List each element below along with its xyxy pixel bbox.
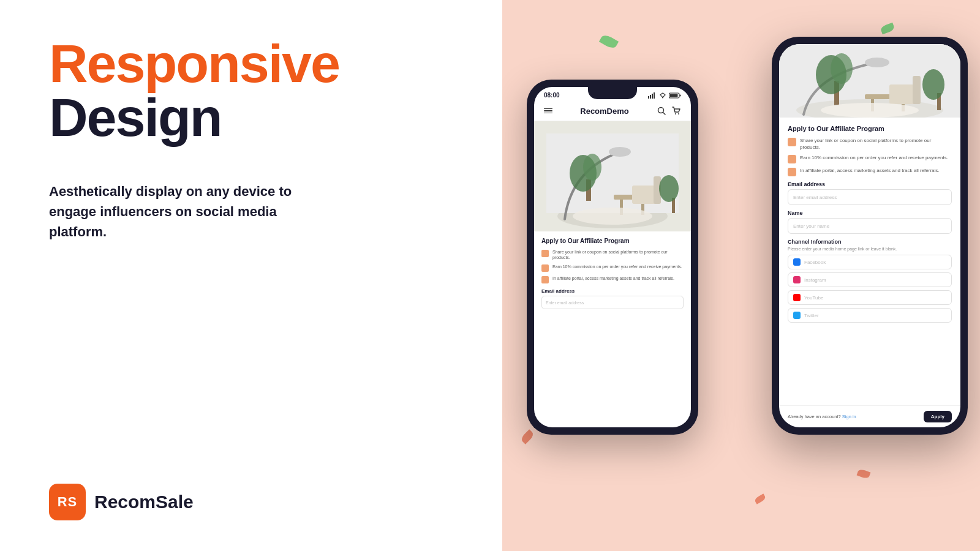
svg-point-38 <box>831 53 853 84</box>
svg-rect-6 <box>680 94 681 96</box>
phone2-device: Apply to Our Affiliate Program Share you… <box>772 37 968 435</box>
svg-point-11 <box>678 113 679 114</box>
phone2-benefit2-text: Earn 10% commission on per order you ref… <box>800 154 948 161</box>
benefit3-text: In affiliate portal, access marketing as… <box>552 276 674 281</box>
benefit2-icon <box>541 264 549 272</box>
phone2-benefit2-icon <box>788 155 796 163</box>
phone2-screen: Apply to Our Affiliate Program Share you… <box>779 44 960 427</box>
logo-initials: RS <box>58 494 78 510</box>
svg-line-9 <box>663 113 666 115</box>
phone2-channel-label: Channel Information <box>788 239 952 245</box>
benefit2-text: Earn 10% commission on per order you ref… <box>552 264 682 269</box>
svg-rect-0 <box>648 96 649 99</box>
phone1-benefit-3: In affiliate portal, access marketing as… <box>541 276 684 283</box>
phone2-youtube-input[interactable]: YouTube <box>788 290 952 305</box>
wifi-icon <box>659 92 666 99</box>
phone2-name-label: Name <box>788 210 952 216</box>
phone1-device: 08:00 <box>527 80 698 435</box>
benefit1-text: Share your link or coupon on social plat… <box>552 249 684 260</box>
svg-point-23 <box>583 154 601 181</box>
phone1-benefit-1: Share your link or coupon on social plat… <box>541 249 684 260</box>
svg-point-41 <box>821 103 919 118</box>
benefit3-icon <box>541 276 549 283</box>
leaf-decoration-1 <box>599 33 619 50</box>
subtitle: Aesthetically display on any device toen… <box>49 181 368 242</box>
leaf-decoration-5 <box>857 468 871 479</box>
phone2-footer-text: Already have an account? Sign in <box>788 414 856 419</box>
room-svg2 <box>779 44 960 118</box>
leaf-decoration-6 <box>754 493 767 504</box>
logo-icon: RS <box>49 484 86 520</box>
phone2-benefit-1: Share your link or coupon on social plat… <box>788 137 952 151</box>
menu-icon[interactable] <box>544 108 552 114</box>
twitter-icon <box>793 312 801 319</box>
phone1-nav-title: RecomDemo <box>580 107 628 116</box>
phone2-facebook-input[interactable]: Facebook <box>788 255 952 269</box>
leaf-decoration-2 <box>880 23 895 35</box>
benefit1-icon <box>541 250 549 257</box>
phone1-time: 08:00 <box>544 92 560 99</box>
phone2-benefit1-text: Share your link or coupon on social plat… <box>800 137 952 151</box>
facebook-icon <box>793 258 801 266</box>
room-svg <box>534 121 691 231</box>
svg-point-30 <box>865 58 889 67</box>
phone2-twitter-input[interactable]: Twitter <box>788 308 952 323</box>
svg-rect-3 <box>654 92 655 99</box>
svg-rect-2 <box>652 94 653 99</box>
phone2-benefit3-icon <box>788 168 796 176</box>
svg-point-10 <box>675 113 676 114</box>
phone2-top-image <box>779 44 960 118</box>
svg-point-26 <box>573 208 652 225</box>
left-content: Responsive Design Aesthetically display … <box>49 37 466 242</box>
phone2-email-label: Email address <box>788 181 952 187</box>
phone1-product-image <box>534 121 691 231</box>
phone2-footer: Already have an account? Sign in Apply <box>779 405 960 427</box>
phone1-affiliate-title: Apply to Our Affiliate Program <box>541 238 684 244</box>
svg-rect-7 <box>670 94 678 97</box>
svg-point-15 <box>609 147 631 157</box>
youtube-icon <box>793 294 801 301</box>
logo-area: RS RecomSale <box>49 484 466 520</box>
phone2-benefit-2: Earn 10% commission on per order you ref… <box>788 154 952 163</box>
leaf-decoration-4 <box>520 429 535 444</box>
phone2-content: Apply to Our Affiliate Program Share you… <box>779 118 960 405</box>
instagram-icon <box>793 276 801 283</box>
phone2-channel-hint: Please enter your media home page link o… <box>788 247 952 251</box>
phone1-navbar: RecomDemo <box>534 101 691 121</box>
phone2-signin-link[interactable]: Sign in <box>842 414 856 419</box>
logo-name: RecomSale <box>94 492 194 512</box>
phone2-email-input[interactable]: Enter email address <box>788 189 952 205</box>
left-panel: Responsive Design Aesthetically display … <box>0 0 502 551</box>
phone1-nav-icons <box>657 106 681 116</box>
right-panel: 08:00 <box>502 0 980 551</box>
svg-rect-35 <box>913 76 921 104</box>
phone2-apply-button[interactable]: Apply <box>924 411 952 422</box>
phone2-benefit1-icon <box>788 138 796 146</box>
phone1-email-input[interactable]: Enter email address <box>541 296 684 309</box>
heading-responsive: Responsive <box>49 37 466 91</box>
phone1-notch <box>588 87 637 99</box>
phone2-benefit-3: In affiliate portal, access marketing as… <box>788 167 952 176</box>
phone1-screen: 08:00 <box>534 87 691 427</box>
svg-point-25 <box>659 175 679 202</box>
heading-design: Design <box>49 91 466 144</box>
signal-icon <box>648 92 657 99</box>
svg-rect-1 <box>650 95 651 99</box>
svg-point-4 <box>662 97 663 98</box>
phone2-benefit3-text: In affiliate portal, access marketing as… <box>800 167 940 174</box>
cart-icon[interactable] <box>671 106 681 116</box>
svg-point-40 <box>922 69 944 100</box>
phone1-benefit-2: Earn 10% commission on per order you ref… <box>541 264 684 272</box>
phone2-instagram-input[interactable]: Instagram <box>788 272 952 287</box>
search-icon[interactable] <box>657 106 666 116</box>
phone1-status-icons <box>648 92 681 99</box>
phone2-name-input[interactable]: Enter your name <box>788 218 952 234</box>
phone1-content: Apply to Our Affiliate Program Share you… <box>534 231 691 427</box>
phone1-email-label: Email address <box>541 288 684 294</box>
phone2-affiliate-title: Apply to Our Affiliate Program <box>788 125 952 132</box>
battery-icon <box>669 92 681 99</box>
